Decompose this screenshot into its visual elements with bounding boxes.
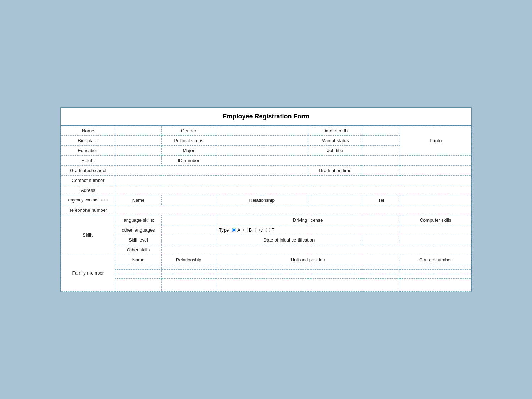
gender-value[interactable] [216,126,308,135]
telephone-number-value[interactable] [115,205,471,215]
radio-f-item[interactable]: F [266,227,274,233]
fm-unit-2[interactable] [216,269,400,274]
fm-name-3[interactable] [115,274,161,278]
ec-relationship-value[interactable] [308,195,362,205]
birthplace-value[interactable] [115,135,161,145]
ec-tel-label: Tel [362,195,400,205]
skill-level-label: Skill level [115,235,161,245]
fm-contact-number-header: Contact number [400,255,471,265]
radio-b-input[interactable] [243,228,248,232]
ec-name-value[interactable] [161,195,216,205]
computer-skills-value[interactable] [400,225,471,235]
contact-number-value[interactable] [115,175,471,185]
radio-c-item[interactable]: c [255,227,263,233]
radio-b-item[interactable]: B [243,227,252,233]
political-status-label: Political status [161,135,216,145]
id-number-label: ID number [161,155,216,165]
fm-rel-3[interactable] [161,274,216,278]
emergency-contact-label: ergency contact num [61,195,115,205]
radio-c-input[interactable] [255,228,260,232]
skill-level-value[interactable] [161,235,216,245]
skills-label: Skills [61,215,115,255]
fm-contact-3[interactable] [400,274,471,278]
name-label: Name [61,126,115,135]
fm-unit-4[interactable] [216,278,400,291]
address-label: Adress [61,185,115,195]
language-skills-value[interactable] [161,215,216,225]
marital-status-value[interactable] [362,135,400,145]
height-label: Height [61,155,115,165]
radio-f-label: F [271,227,274,233]
name-value[interactable] [115,126,161,135]
computer-skills-label: Computer skills [400,215,471,225]
radio-a-label: A [237,227,240,233]
height-value[interactable] [115,155,161,165]
major-label: Major [161,145,216,155]
ec-relationship-label: Relationship [216,195,308,205]
height-photo-filler [400,155,471,165]
date-init-cert-value[interactable] [362,235,400,245]
skill-level-filler [400,235,471,245]
major-value[interactable] [216,145,308,155]
fm-unit-position-header: Unit and position [216,255,400,265]
fm-name-header: Name [115,255,161,265]
job-title-value[interactable] [362,145,400,155]
graduation-time-label: Graduation time [308,165,362,175]
photo-label: Photo [400,126,471,155]
ec-tel-value[interactable] [400,195,471,205]
other-skills-label: Other skills [115,245,161,255]
birthplace-label: Birthplace [61,135,115,145]
job-title-label: Job title [308,145,362,155]
fm-unit-1[interactable] [216,265,400,269]
fm-rel-1[interactable] [161,265,216,269]
political-status-value[interactable] [216,135,308,145]
education-value[interactable] [115,145,161,155]
radio-c-label: c [261,227,263,233]
language-skills-label: language skills: [115,215,161,225]
fm-name-2[interactable] [115,269,161,274]
ec-name-label: Name [115,195,161,205]
radio-f-input[interactable] [266,228,270,232]
fm-contact-2[interactable] [400,269,471,274]
education-label: Education [61,145,115,155]
other-languages-label: other languages [115,225,161,235]
radio-a-input[interactable] [232,228,236,232]
fm-contact-4[interactable] [400,278,471,291]
type-label: Type [219,227,229,233]
fm-rel-2[interactable] [161,269,216,274]
driving-type-cell: Type A B c F [216,225,400,235]
fm-relationship-header: Relationship [161,255,216,265]
other-languages-value[interactable] [161,225,216,235]
graduated-school-value[interactable] [115,165,308,175]
form-title: Employee Registration Form [61,108,471,126]
gender-label: Gender [161,126,216,135]
radio-a-item[interactable]: A [232,227,240,233]
fm-rel-4[interactable] [161,278,216,291]
marital-status-label: Marital status [308,135,362,145]
graduated-school-label: Graduated school [61,165,115,175]
telephone-number-label: Telephone number [61,205,115,215]
dob-value[interactable] [362,126,400,135]
address-value[interactable] [115,185,471,195]
id-number-value[interactable] [216,155,400,165]
grad-filler [400,165,471,175]
dob-label: Date of birth [308,126,362,135]
fm-name-1[interactable] [115,265,161,269]
form-container: Employee Registration Form Name Gender D… [60,107,472,292]
family-member-label: Family member [61,255,115,291]
contact-number-label: Contact number [61,175,115,185]
date-init-cert-label: Date of initial certification [216,235,362,245]
fm-unit-3[interactable] [216,274,400,278]
fm-contact-1[interactable] [400,265,471,269]
radio-b-label: B [249,227,252,233]
other-skills-value[interactable] [161,245,471,255]
fm-name-4[interactable] [115,278,161,291]
graduation-time-value[interactable] [362,165,400,175]
driving-license-label: Driving license [216,215,400,225]
